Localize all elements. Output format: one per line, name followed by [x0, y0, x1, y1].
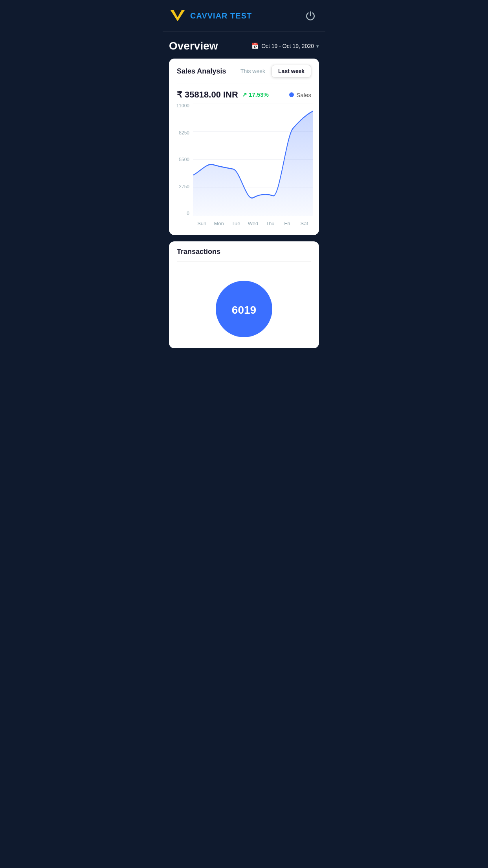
sales-header: Sales Analysis This week Last week: [169, 59, 319, 83]
sales-change: ↗ 17.53%: [242, 91, 269, 98]
x-axis-labels: Sun Mon Tue Wed Thu Fri Sat: [193, 218, 313, 229]
y-label-0: 0: [175, 211, 192, 216]
y-label-5500: 5500: [175, 157, 192, 162]
x-label-sat: Sat: [296, 221, 313, 226]
transactions-card: Transactions 6019: [169, 241, 319, 348]
date-range-label: Oct 19 - Oct 19, 2020: [261, 43, 314, 49]
transactions-chart-area: 6019: [169, 262, 319, 348]
legend-label: Sales: [296, 92, 311, 98]
y-label-8250: 8250: [175, 130, 192, 136]
logo-icon: [169, 7, 186, 24]
last-week-tab[interactable]: Last week: [272, 65, 311, 77]
chevron-down-icon: ▾: [316, 43, 319, 49]
header-left: CAVVIAR TEST: [169, 7, 252, 24]
x-label-tue: Tue: [227, 221, 244, 226]
app-title: CAVVIAR TEST: [190, 11, 252, 20]
y-axis-labels: 11000 8250 5500 2750 0: [175, 103, 192, 216]
x-label-wed: Wed: [244, 221, 261, 226]
chart-svg-area: [193, 103, 313, 216]
this-week-tab[interactable]: This week: [234, 65, 272, 77]
amount-change-group: ₹ 35818.00 INR ↗ 17.53%: [177, 90, 269, 100]
sales-amount: ₹ 35818.00 INR: [177, 90, 238, 100]
y-label-11000: 11000: [175, 103, 192, 108]
sales-legend: Sales: [289, 92, 311, 98]
svg-text:6019: 6019: [232, 304, 256, 316]
x-label-thu: Thu: [262, 221, 279, 226]
page-title: Overview: [169, 40, 218, 52]
week-tabs: This week Last week: [234, 65, 311, 77]
y-label-2750: 2750: [175, 184, 192, 189]
transactions-title: Transactions: [177, 248, 220, 256]
date-picker[interactable]: 📅 Oct 19 - Oct 19, 2020 ▾: [251, 42, 319, 50]
x-label-sun: Sun: [193, 221, 210, 226]
x-label-fri: Fri: [279, 221, 295, 226]
sales-analysis-title: Sales Analysis: [177, 67, 226, 75]
transactions-header: Transactions: [169, 241, 319, 261]
x-label-mon: Mon: [210, 221, 227, 226]
sales-analysis-card: Sales Analysis This week Last week ₹ 358…: [169, 59, 319, 235]
chart-wrap: 11000 8250 5500 2750 0: [175, 103, 313, 229]
sales-amount-row: ₹ 35818.00 INR ↗ 17.53% Sales: [169, 83, 319, 103]
calendar-icon: 📅: [251, 42, 259, 50]
page-content: Overview 📅 Oct 19 - Oct 19, 2020 ▾ Sales…: [163, 32, 325, 361]
power-button[interactable]: [303, 9, 317, 23]
chart-container: 11000 8250 5500 2750 0: [169, 103, 319, 235]
legend-dot: [289, 92, 294, 97]
overview-row: Overview 📅 Oct 19 - Oct 19, 2020 ▾: [169, 40, 319, 52]
donut-chart: 6019: [213, 278, 275, 340]
header: CAVVIAR TEST: [163, 0, 325, 32]
